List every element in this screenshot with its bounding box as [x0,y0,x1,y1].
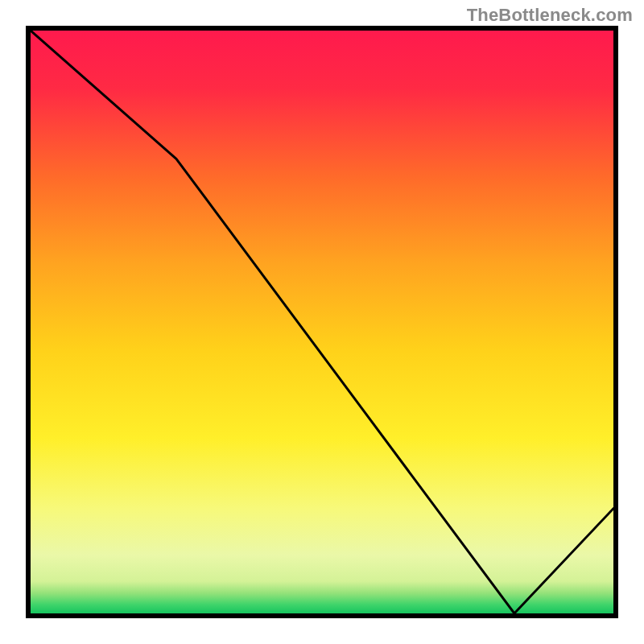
plot-interior [31,31,613,613]
data-line [31,31,613,613]
plot-frame [26,26,618,618]
chart-stage: TheBottleneck.com [0,0,644,644]
watermark-text: TheBottleneck.com [467,5,633,26]
axis-border-bottom [26,613,618,618]
axis-border-right [613,26,618,618]
